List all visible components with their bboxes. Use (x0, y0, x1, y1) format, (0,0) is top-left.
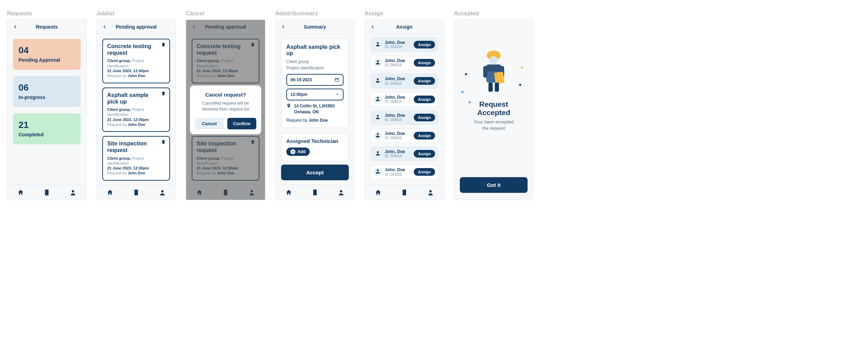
job-card[interactable]: Site inspection request Client group, Pr… (102, 136, 170, 181)
nav-list[interactable] (43, 189, 50, 196)
nav-profile[interactable] (338, 189, 345, 196)
assign-id: ID: 284018 (385, 45, 414, 49)
assign-name: John, Doe (385, 77, 414, 81)
date-field[interactable]: 06-19-2023 (286, 74, 344, 86)
assign-button[interactable]: Assign (414, 114, 435, 121)
assign-row[interactable]: John, Doe ID: 284018 Assign (370, 128, 438, 143)
user-icon (69, 189, 76, 196)
chevron-left-icon (13, 24, 17, 29)
assign-row[interactable]: John, Doe ID: 284018 Assign (370, 37, 438, 52)
job-card[interactable]: Asphalt sample pick up Client group, Pro… (102, 88, 170, 132)
user-icon (159, 189, 166, 196)
nav-profile[interactable] (69, 189, 76, 196)
add-technician-button[interactable]: + Add (286, 147, 310, 156)
cancel-button[interactable]: Cancel (195, 118, 224, 129)
nav-home[interactable] (375, 189, 382, 196)
home-icon (17, 189, 24, 196)
topbar: Requests (7, 20, 86, 34)
document-icon (43, 189, 50, 196)
assign-button[interactable]: Assign (414, 59, 435, 67)
frame-label-joblist: Joblist (96, 10, 115, 17)
assign-name: John, Doe (385, 131, 414, 136)
summary-title: Asphalt sample pick up (286, 44, 344, 56)
chevron-left-icon (102, 24, 107, 29)
svg-point-7 (377, 78, 378, 80)
assign-button[interactable]: Assign (414, 132, 435, 139)
topbar: Pending approval (97, 20, 176, 34)
back-button[interactable] (100, 23, 109, 31)
svg-point-0 (72, 190, 74, 192)
summary-project: Project identification (286, 66, 344, 70)
accepted-message: Your have accepted the request (462, 119, 525, 131)
job-meta: Client group, Project identification 21 … (107, 107, 165, 127)
svg-rect-19 (483, 66, 487, 78)
user-icon (338, 189, 345, 196)
nav-list[interactable] (401, 189, 408, 196)
confirm-button[interactable]: Confirm (227, 118, 256, 129)
nav-list[interactable] (133, 189, 140, 196)
assign-row[interactable]: John, Doe ID: 284018 Assign (370, 55, 438, 70)
back-button[interactable] (368, 23, 377, 31)
user-icon (375, 168, 381, 175)
assign-id: ID: 284018 (385, 154, 414, 158)
stat-completed[interactable]: 21 Completed (13, 113, 81, 144)
svg-point-1 (161, 190, 164, 192)
job-meta: Client group, Project identification 21 … (107, 58, 165, 78)
accept-button[interactable]: Accept (281, 165, 349, 180)
assign-id: ID: 284018 (385, 82, 414, 85)
assign-row[interactable]: John, Doe ID: 284018 Assign (370, 146, 438, 161)
trash-icon (161, 42, 166, 48)
nav-profile[interactable] (427, 189, 434, 196)
nav-list[interactable] (311, 189, 318, 196)
assign-id: ID: 284018 (385, 118, 414, 122)
screen-cancel: Pending approval Concrete testing reques… (186, 20, 265, 200)
assign-button[interactable]: Assign (414, 77, 435, 85)
stat-pending-approval[interactable]: 04 Pending Approval (13, 39, 81, 70)
screen-summary: Summary Asphalt sample pick up Client gr… (275, 20, 355, 200)
worker-illustration: ◆ ◆ ◆ ◆ ◆ (462, 48, 525, 93)
assign-row[interactable]: John, Doe ID: 284018 Assign (370, 92, 438, 107)
modal-overlay[interactable]: Cancel request? Cancelled request will b… (186, 20, 265, 200)
nav-home[interactable] (17, 189, 24, 196)
assign-id: ID: 284018 (385, 173, 414, 176)
assign-name: John, Doe (385, 150, 414, 154)
screen-joblist: Pending approval Concrete testing reques… (96, 20, 176, 200)
avatar (374, 95, 382, 104)
svg-point-11 (377, 151, 378, 153)
user-icon (375, 59, 381, 66)
assign-row[interactable]: John, Doe ID: 284018 Assign (370, 165, 438, 179)
got-it-button[interactable]: Got it (460, 177, 528, 193)
back-button[interactable] (11, 23, 19, 31)
delete-button[interactable] (161, 139, 167, 145)
nav-profile[interactable] (159, 189, 166, 196)
stat-in-progress[interactable]: 06 In-progress (13, 76, 81, 107)
document-icon (311, 189, 318, 196)
chevron-left-icon (281, 24, 286, 29)
assign-name: John, Doe (385, 113, 414, 118)
svg-rect-23 (495, 83, 499, 92)
time-field[interactable]: 12:00pm (286, 89, 344, 100)
job-card[interactable]: Concrete testing request Client group, P… (102, 39, 170, 83)
assign-button[interactable]: Assign (414, 41, 435, 48)
nav-home[interactable] (285, 189, 292, 196)
back-button[interactable] (279, 23, 287, 31)
request-by: Request by John Doe (286, 118, 344, 123)
document-icon (133, 189, 140, 196)
assign-button[interactable]: Assign (414, 150, 435, 158)
svg-rect-3 (335, 78, 339, 82)
assign-row[interactable]: John, Doe ID: 284018 Assign (370, 110, 438, 125)
svg-rect-22 (488, 83, 493, 92)
svg-rect-18 (486, 65, 501, 71)
nav-home[interactable] (106, 189, 113, 196)
document-icon (401, 189, 408, 196)
user-icon (375, 114, 381, 121)
calendar-icon (334, 77, 339, 82)
assign-name: John, Doe (385, 168, 414, 172)
frame-label-assign: Assign (365, 10, 383, 17)
assign-button[interactable]: Assign (414, 168, 435, 176)
delete-button[interactable] (161, 91, 167, 97)
assign-button[interactable]: Assign (414, 96, 435, 103)
assign-row[interactable]: John, Doe ID: 284018 Assign (370, 74, 438, 88)
summary-client: Client group (286, 59, 344, 64)
delete-button[interactable] (161, 42, 167, 48)
